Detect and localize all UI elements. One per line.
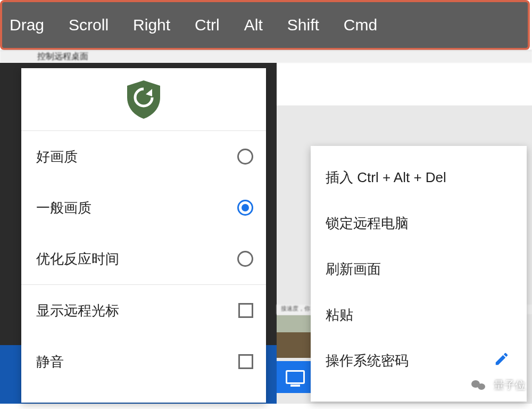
menu-refresh[interactable]: 刷新画面	[311, 246, 527, 292]
actions-menu: 插入 Ctrl + Alt + Del 锁定远程电脑 刷新画面 粘贴 操作系统密…	[311, 146, 527, 402]
toggle-mute[interactable]: 静音	[21, 336, 266, 387]
partial-header-text: 控制远程桌面	[0, 50, 532, 63]
monitor-icon	[286, 370, 305, 384]
radio-checked-icon	[237, 200, 253, 216]
menu-insert-cad[interactable]: 插入 Ctrl + Alt + Del	[311, 154, 527, 200]
right-button[interactable]: Right	[130, 14, 173, 36]
quality-settings-panel: 好画质 一般画质 优化反应时间 显示远程光标 静音	[21, 68, 266, 403]
menu-label: 操作系统密码	[326, 351, 409, 370]
menu-label: 刷新画面	[326, 260, 381, 279]
toggle-label: 静音	[36, 353, 64, 371]
toggle-label: 显示远程光标	[36, 301, 119, 320]
shield-refresh-icon	[125, 79, 162, 120]
ctrl-button[interactable]: Ctrl	[192, 14, 223, 36]
option-label: 一般画质	[36, 199, 92, 217]
drag-button[interactable]: Drag	[6, 14, 47, 36]
radio-icon	[237, 149, 253, 165]
option-label: 好画质	[36, 148, 78, 166]
edit-pencil-icon[interactable]	[494, 351, 510, 371]
quality-option-normal[interactable]: 一般画质	[21, 182, 266, 233]
panel-header	[21, 68, 266, 131]
toggle-show-remote-cursor[interactable]: 显示远程光标	[21, 285, 266, 336]
alt-button[interactable]: Alt	[241, 14, 266, 36]
menu-label: 粘贴	[326, 306, 353, 324]
watermark-text: 量子位	[494, 378, 526, 392]
cmd-button[interactable]: Cmd	[340, 14, 380, 36]
option-label: 优化反应时间	[36, 250, 119, 268]
wechat-icon	[468, 376, 489, 394]
radio-icon	[237, 251, 253, 267]
menu-paste[interactable]: 粘贴	[311, 292, 527, 338]
quality-option-latency[interactable]: 优化反应时间	[21, 233, 266, 284]
scroll-button[interactable]: Scroll	[65, 14, 112, 36]
wechat-watermark: 量子位	[468, 376, 526, 394]
quality-option-best[interactable]: 好画质	[21, 131, 266, 182]
remote-desktop-thumbnail	[277, 315, 314, 358]
shift-button[interactable]: Shift	[284, 14, 322, 36]
checkbox-icon	[238, 354, 253, 369]
checkbox-icon	[238, 303, 253, 318]
modifier-toolbar-highlight: Drag Scroll Right Ctrl Alt Shift Cmd	[0, 0, 530, 50]
menu-lock-remote[interactable]: 锁定远程电脑	[311, 200, 527, 246]
bottom-toolbar-fragment	[277, 361, 314, 393]
menu-label: 锁定远程电脑	[326, 214, 409, 233]
menu-label: 插入 Ctrl + Alt + Del	[326, 168, 446, 187]
modifier-toolbar: Drag Scroll Right Ctrl Alt Shift Cmd	[2, 2, 528, 48]
